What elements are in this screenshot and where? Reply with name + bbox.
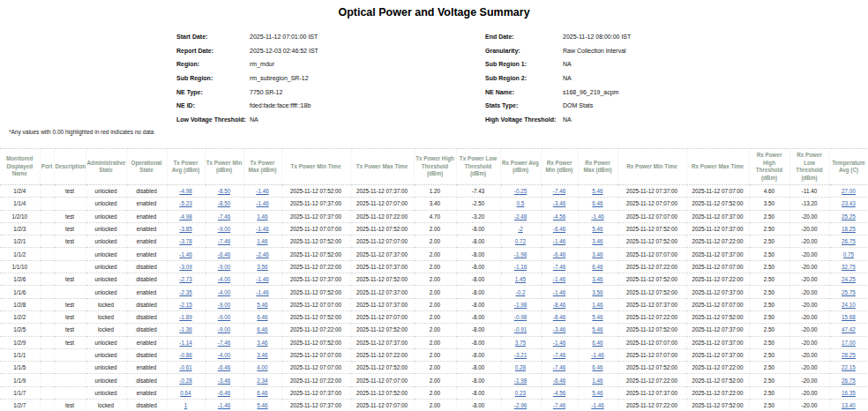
metric-value-link[interactable]: -7.46 bbox=[553, 364, 565, 370]
metric-value-link[interactable]: 1 bbox=[184, 402, 188, 408]
metric-value-link[interactable]: -3.21 bbox=[514, 352, 527, 358]
metric-value-link[interactable]: 0.23 bbox=[515, 390, 526, 396]
metric-value-link[interactable]: 3.46 bbox=[592, 251, 602, 258]
metric-value-link[interactable]: 1.46 bbox=[257, 213, 267, 220]
metric-value-link[interactable]: -6.46 bbox=[218, 390, 230, 396]
metric-value-link[interactable]: -8.50 bbox=[218, 200, 230, 206]
metric-value-link[interactable]: -3.85 bbox=[179, 226, 191, 232]
metric-value-link[interactable]: -2 bbox=[518, 226, 523, 232]
metric-value-link[interactable]: 28.25 bbox=[842, 352, 856, 358]
metric-value-link[interactable]: -1.46 bbox=[553, 238, 565, 244]
metric-value-link[interactable]: -4.00 bbox=[218, 289, 230, 295]
metric-value-link[interactable]: 0.72 bbox=[515, 238, 526, 244]
metric-value-link[interactable]: 6.46 bbox=[592, 200, 602, 206]
metric-value-link[interactable]: -8.50 bbox=[218, 188, 230, 194]
metric-value-link[interactable]: -7.46 bbox=[218, 238, 230, 244]
metric-value-link[interactable]: -4.00 bbox=[218, 276, 230, 282]
metric-value-link[interactable]: -0.61 bbox=[179, 364, 191, 370]
metric-value-link[interactable]: -1.46 bbox=[553, 289, 565, 295]
metric-value-link[interactable]: -6.46 bbox=[218, 364, 230, 370]
metric-value-link[interactable]: 1.45 bbox=[515, 276, 526, 282]
metric-value-link[interactable]: -7.46 bbox=[553, 188, 565, 194]
metric-value-link[interactable]: -1.98 bbox=[514, 251, 527, 258]
metric-value-link[interactable]: -4.00 bbox=[218, 352, 230, 358]
metric-value-link[interactable]: 1.46 bbox=[257, 238, 267, 244]
metric-value-link[interactable]: -8.46 bbox=[553, 302, 565, 308]
metric-value-link[interactable]: -1.36 bbox=[179, 326, 191, 333]
metric-value-link[interactable]: -1.46 bbox=[218, 402, 230, 408]
metric-value-link[interactable]: 6.46 bbox=[257, 326, 267, 333]
metric-value-link[interactable]: -7.46 bbox=[553, 352, 565, 358]
metric-value-link[interactable]: -1.46 bbox=[179, 251, 191, 258]
metric-value-link[interactable]: -9.00 bbox=[218, 302, 230, 308]
metric-value-link[interactable]: 16.35 bbox=[842, 390, 856, 396]
metric-value-link[interactable]: 3.56 bbox=[592, 289, 602, 295]
metric-value-link[interactable]: -0.25 bbox=[514, 188, 527, 194]
metric-value-link[interactable]: -9.00 bbox=[218, 326, 230, 333]
metric-value-link[interactable]: -9.00 bbox=[218, 314, 230, 320]
metric-value-link[interactable]: 5.46 bbox=[592, 390, 602, 396]
metric-value-link[interactable]: -2.15 bbox=[179, 302, 191, 308]
metric-value-link[interactable]: 5.46 bbox=[257, 302, 267, 308]
metric-value-link[interactable]: 6.46 bbox=[257, 390, 267, 396]
metric-value-link[interactable]: -4.56 bbox=[553, 213, 565, 220]
metric-value-link[interactable]: 3.46 bbox=[592, 238, 602, 244]
metric-value-link[interactable]: -9.00 bbox=[218, 264, 230, 270]
metric-value-link[interactable]: -3.09 bbox=[179, 264, 191, 270]
metric-value-link[interactable]: 24.10 bbox=[842, 302, 856, 308]
metric-value-link[interactable]: -9.00 bbox=[218, 226, 230, 232]
metric-value-link[interactable]: -2.73 bbox=[179, 276, 191, 282]
metric-value-link[interactable]: 47.42 bbox=[842, 326, 856, 333]
metric-value-link[interactable]: -1.46 bbox=[256, 188, 268, 194]
metric-value-link[interactable]: 5.46 bbox=[592, 314, 602, 320]
metric-value-link[interactable]: 6.46 bbox=[592, 264, 602, 270]
metric-value-link[interactable]: 3.56 bbox=[257, 264, 267, 270]
metric-value-link[interactable]: -2.48 bbox=[514, 213, 527, 220]
metric-value-link[interactable]: -1.46 bbox=[591, 213, 603, 220]
metric-value-link[interactable]: 17.00 bbox=[842, 340, 856, 346]
metric-value-link[interactable]: -1.46 bbox=[256, 276, 268, 282]
metric-value-link[interactable]: 18.25 bbox=[842, 226, 856, 232]
metric-value-link[interactable]: 3.75 bbox=[515, 340, 526, 346]
metric-value-link[interactable]: -1.98 bbox=[514, 302, 527, 308]
metric-value-link[interactable]: -4.98 bbox=[179, 213, 191, 220]
metric-value-link[interactable]: 0.28 bbox=[515, 364, 526, 370]
metric-value-link[interactable]: 26.75 bbox=[842, 377, 856, 384]
metric-value-link[interactable]: 27.00 bbox=[842, 188, 856, 194]
metric-value-link[interactable]: 25.75 bbox=[842, 289, 856, 295]
metric-value-link[interactable]: -6.46 bbox=[553, 251, 565, 258]
metric-value-link[interactable]: -2.35 bbox=[179, 289, 191, 295]
metric-value-link[interactable]: 15.68 bbox=[842, 314, 856, 320]
metric-value-link[interactable]: -4.98 bbox=[179, 188, 191, 194]
metric-value-link[interactable]: -0.98 bbox=[514, 314, 527, 320]
metric-value-link[interactable]: -2.46 bbox=[256, 251, 268, 258]
metric-value-link[interactable]: -0.28 bbox=[179, 377, 191, 384]
metric-value-link[interactable]: -1.46 bbox=[553, 340, 565, 346]
metric-value-link[interactable]: -2.96 bbox=[514, 402, 527, 408]
metric-value-link[interactable]: 1.46 bbox=[592, 302, 602, 308]
metric-value-link[interactable]: 6.46 bbox=[257, 314, 267, 320]
metric-value-link[interactable]: -1.46 bbox=[256, 226, 268, 232]
metric-value-link[interactable]: -7.46 bbox=[553, 402, 565, 408]
metric-value-link[interactable]: -0.86 bbox=[179, 352, 191, 358]
metric-value-link[interactable]: -4.56 bbox=[553, 390, 565, 396]
metric-value-link[interactable]: 5.46 bbox=[592, 226, 602, 232]
metric-value-link[interactable]: -1.46 bbox=[591, 402, 603, 408]
metric-value-link[interactable]: 13.40 bbox=[842, 402, 856, 408]
metric-value-link[interactable]: -1.14 bbox=[179, 340, 191, 346]
metric-value-link[interactable]: 5.46 bbox=[592, 188, 602, 194]
metric-value-link[interactable]: -0.91 bbox=[514, 326, 527, 333]
metric-value-link[interactable]: -3.46 bbox=[553, 326, 565, 333]
metric-value-link[interactable]: 6.46 bbox=[592, 340, 602, 346]
metric-value-link[interactable]: 32.75 bbox=[842, 264, 856, 270]
metric-value-link[interactable]: 4.00 bbox=[257, 364, 267, 370]
metric-value-link[interactable]: -6.46 bbox=[218, 251, 230, 258]
metric-value-link[interactable]: -1.46 bbox=[256, 200, 268, 206]
metric-value-link[interactable]: -1.46 bbox=[256, 289, 268, 295]
metric-value-link[interactable]: -3.46 bbox=[553, 200, 565, 206]
metric-value-link[interactable]: 0.5 bbox=[517, 200, 525, 206]
metric-value-link[interactable]: -7.46 bbox=[218, 213, 230, 220]
metric-value-link[interactable]: 26.75 bbox=[842, 238, 856, 244]
metric-value-link[interactable]: -3.78 bbox=[179, 238, 191, 244]
metric-value-link[interactable]: 24.25 bbox=[842, 276, 856, 282]
